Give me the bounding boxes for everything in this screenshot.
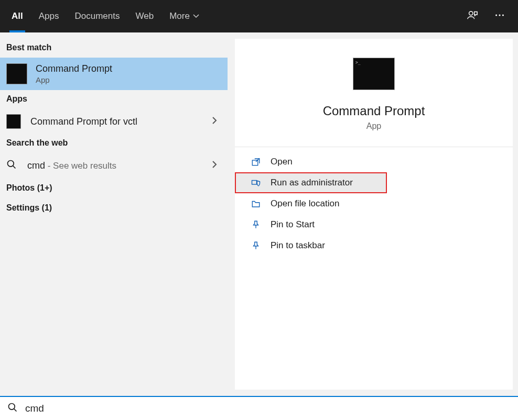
action-run-admin-label: Run as administrator (271, 178, 353, 188)
action-pin-taskbar-label: Pin to taskbar (271, 240, 325, 251)
web-query: cmd (27, 160, 45, 171)
actions-list: Open Run as administrator Open file loca… (235, 147, 513, 260)
svg-point-1 (495, 14, 497, 16)
action-open[interactable]: Open (235, 151, 513, 172)
result-text: Command Prompt App (36, 63, 221, 84)
section-best-match: Best match (0, 39, 228, 58)
action-open-label: Open (271, 157, 293, 167)
section-apps: Apps (0, 90, 228, 109)
cmd-icon (6, 63, 27, 84)
action-open-location-label: Open file location (271, 198, 339, 209)
cmd-icon-large (353, 58, 395, 90)
admin-shield-icon (251, 178, 261, 187)
web-text: cmd - See web results (27, 160, 116, 171)
chevron-down-icon (193, 14, 199, 18)
svg-point-4 (8, 161, 14, 167)
action-pin-to-start[interactable]: Pin to Start (235, 214, 513, 235)
action-open-file-location[interactable]: Open file location (235, 193, 513, 214)
tab-list: All Apps Documents Web More (12, 0, 199, 32)
settings-category[interactable]: Settings (1) (0, 198, 228, 218)
open-icon (251, 157, 261, 167)
results-panel: Best match Command Prompt App Apps Comma… (0, 32, 228, 396)
feedback-icon[interactable] (467, 9, 478, 23)
svg-point-7 (9, 404, 15, 410)
search-icon (7, 402, 18, 415)
action-run-as-administrator[interactable]: Run as administrator (235, 172, 387, 193)
svg-point-0 (469, 12, 473, 15)
web-suffix: - See web results (45, 161, 116, 171)
action-pin-start-label: Pin to Start (271, 219, 315, 230)
section-web: Search the web (0, 134, 228, 153)
detail-header: Command Prompt App (235, 39, 513, 147)
detail-panel: Command Prompt App Open Run as administr… (235, 39, 513, 390)
best-match-result[interactable]: Command Prompt App (0, 58, 228, 90)
top-tabbar: All Apps Documents Web More (0, 0, 518, 32)
cmd-icon (6, 114, 21, 129)
result-subtitle: App (36, 75, 221, 84)
search-icon (6, 159, 17, 172)
web-result[interactable]: cmd - See web results (0, 153, 228, 178)
photos-category[interactable]: Photos (1+) (0, 178, 228, 198)
chevron-right-icon (212, 116, 221, 127)
tab-documents[interactable]: Documents (74, 0, 120, 32)
svg-point-3 (502, 14, 504, 16)
svg-rect-6 (252, 181, 257, 185)
result-title: Command Prompt (36, 63, 221, 74)
pin-icon (251, 241, 261, 250)
detail-title: Command Prompt (323, 104, 425, 118)
action-pin-to-taskbar[interactable]: Pin to taskbar (235, 235, 513, 256)
folder-icon (251, 199, 261, 208)
pin-icon (251, 220, 261, 229)
apps-result-vctl[interactable]: Command Prompt for vctl (0, 109, 228, 134)
chevron-right-icon (212, 160, 221, 171)
apps-item-label: Command Prompt for vctl (30, 116, 137, 127)
topbar-right (467, 0, 505, 32)
tab-apps[interactable]: Apps (39, 0, 59, 32)
more-options-icon[interactable] (494, 9, 505, 23)
search-bar (0, 396, 518, 420)
detail-subtitle: App (366, 121, 381, 131)
tab-web[interactable]: Web (135, 0, 154, 32)
content-area: Best match Command Prompt App Apps Comma… (0, 32, 518, 396)
tab-all[interactable]: All (12, 0, 23, 32)
tab-more[interactable]: More (169, 0, 199, 32)
tab-more-label: More (169, 11, 190, 21)
svg-point-2 (499, 14, 500, 16)
search-input[interactable] (25, 403, 511, 414)
